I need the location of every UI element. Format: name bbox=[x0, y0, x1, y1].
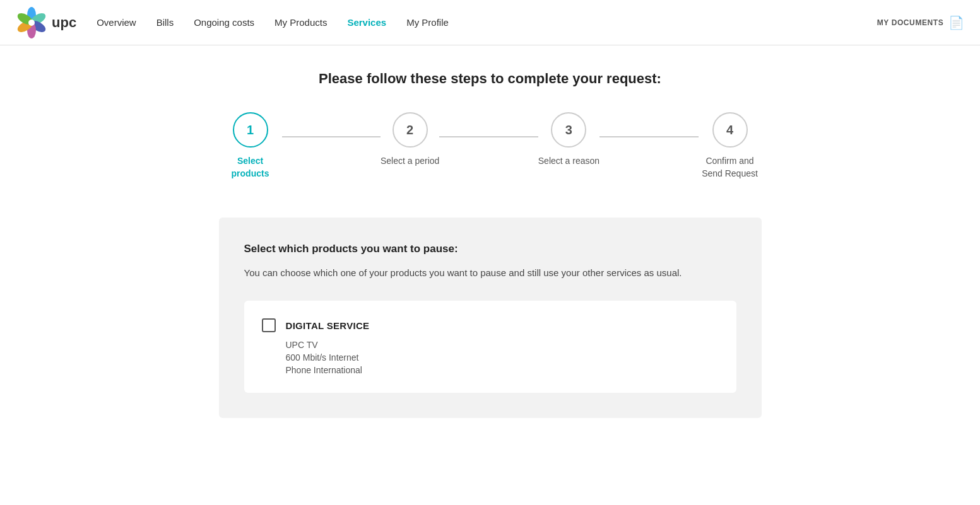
step-connector-3-4 bbox=[599, 136, 698, 137]
nav-my-profile[interactable]: My Profile bbox=[406, 17, 449, 28]
nav-my-products[interactable]: My Products bbox=[275, 17, 327, 28]
nav-overview[interactable]: Overview bbox=[97, 17, 136, 28]
step-2: 2 Select a period bbox=[381, 112, 439, 168]
step-connector-2-3 bbox=[439, 136, 538, 137]
step-3-label: Select a reason bbox=[538, 155, 599, 168]
step-4: 4 Confirm and Send Request bbox=[699, 112, 762, 180]
product-items: UPC TV 600 Mbit/s Internet Phone Interna… bbox=[262, 340, 719, 375]
steps-container: 1 Select products 2 Select a period 3 Se… bbox=[219, 112, 762, 180]
nav-documents[interactable]: MY DOCUMENTS 📄 bbox=[877, 15, 965, 30]
nav-links: Overview Bills Ongoing costs My Products… bbox=[97, 17, 877, 28]
step-3-circle: 3 bbox=[551, 112, 586, 148]
svg-point-6 bbox=[28, 20, 35, 26]
logo-text: upc bbox=[52, 15, 76, 31]
navbar: upc Overview Bills Ongoing costs My Prod… bbox=[0, 0, 980, 45]
product-checkbox[interactable] bbox=[262, 318, 276, 332]
main-content: Please follow these steps to complete yo… bbox=[206, 45, 774, 443]
nav-bills[interactable]: Bills bbox=[156, 17, 174, 28]
nav-services[interactable]: Services bbox=[347, 17, 386, 28]
product-item-1: 600 Mbit/s Internet bbox=[286, 352, 719, 363]
logo[interactable]: upc bbox=[15, 6, 76, 39]
product-header: DIGITAL SERVICE bbox=[262, 318, 719, 332]
step-4-circle: 4 bbox=[712, 112, 748, 148]
step-1-circle: 1 bbox=[233, 112, 268, 148]
documents-label: MY DOCUMENTS bbox=[877, 18, 944, 27]
document-icon: 📄 bbox=[948, 15, 965, 30]
product-name: DIGITAL SERVICE bbox=[286, 320, 370, 331]
step-3: 3 Select a reason bbox=[538, 112, 599, 168]
card-title: Select which products you want to pause: bbox=[244, 243, 736, 255]
step-connector-1-2 bbox=[282, 136, 381, 137]
product-box: DIGITAL SERVICE UPC TV 600 Mbit/s Intern… bbox=[244, 301, 736, 393]
step-4-label: Confirm and Send Request bbox=[699, 155, 762, 180]
product-selection-card: Select which products you want to pause:… bbox=[219, 218, 762, 418]
step-1: 1 Select products bbox=[219, 112, 282, 180]
step-2-circle: 2 bbox=[393, 112, 428, 148]
card-description: You can choose which one of your product… bbox=[244, 265, 736, 281]
step-2-label: Select a period bbox=[381, 155, 439, 168]
product-item-2: Phone International bbox=[286, 365, 719, 375]
step-1-label: Select products bbox=[219, 155, 282, 180]
product-item-0: UPC TV bbox=[286, 340, 719, 350]
nav-ongoing-costs[interactable]: Ongoing costs bbox=[194, 17, 254, 28]
page-title: Please follow these steps to complete yo… bbox=[219, 71, 762, 87]
